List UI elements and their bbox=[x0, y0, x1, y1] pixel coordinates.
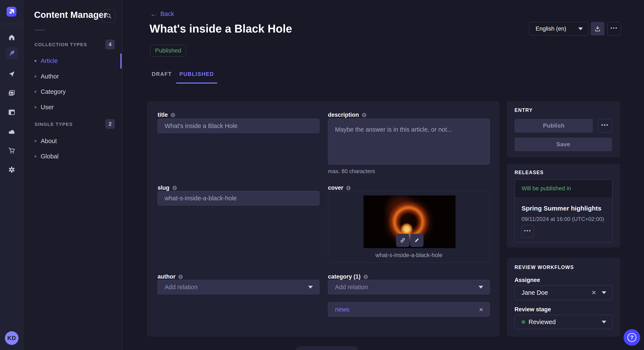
media-library-icon[interactable] bbox=[8, 89, 16, 97]
sidebar-divider bbox=[34, 30, 45, 30]
status-badge: Published bbox=[150, 45, 186, 57]
save-button[interactable]: Save bbox=[514, 138, 612, 151]
bullet-icon bbox=[34, 60, 36, 62]
label-text: author bbox=[158, 273, 176, 280]
export-download-button[interactable] bbox=[591, 22, 604, 35]
entry-more-button[interactable]: ••• bbox=[598, 119, 612, 133]
remove-relation-icon[interactable]: × bbox=[479, 306, 483, 313]
field-label-description: description bbox=[328, 112, 490, 118]
active-tab-underline bbox=[176, 82, 217, 84]
label-text: title bbox=[158, 112, 168, 118]
help-button[interactable]: ? bbox=[624, 329, 640, 346]
more-icon: ••• bbox=[601, 123, 609, 127]
back-link[interactable]: ← Back bbox=[150, 10, 174, 17]
review-stage-label: Review stage bbox=[514, 306, 551, 313]
chevron-down-icon bbox=[478, 286, 483, 289]
sidebar-scrollbar-thumb[interactable] bbox=[120, 53, 122, 69]
title-input[interactable]: What's inside a Black Hole bbox=[158, 119, 320, 133]
single-types-count-badge: 2 bbox=[106, 119, 115, 129]
sidebar-item-label: About bbox=[41, 138, 57, 145]
select-placeholder: Add relation bbox=[335, 284, 368, 291]
label-text: description bbox=[328, 112, 359, 118]
bullet-icon bbox=[34, 91, 36, 93]
marketplace-cart-icon[interactable] bbox=[8, 147, 16, 154]
category-relation-select[interactable]: Add relation bbox=[328, 280, 490, 294]
bullet-icon bbox=[34, 156, 36, 157]
review-panel-title: REVIEW WORKFLOWS bbox=[514, 265, 574, 270]
locale-globe-icon bbox=[170, 113, 176, 118]
more-options-button[interactable]: ••• bbox=[607, 22, 621, 35]
sidebar-item-label: User bbox=[41, 104, 54, 111]
sidebar-item-article[interactable]: Article bbox=[30, 55, 111, 67]
sidebar-item-category[interactable]: Category bbox=[30, 85, 111, 98]
section-collection-types: COLLECTION TYPES bbox=[34, 42, 87, 47]
search-icon bbox=[106, 13, 112, 19]
content-type-builder-icon[interactable] bbox=[8, 108, 16, 116]
cover-media-card: what-s-inside-a-black-hole bbox=[328, 191, 490, 263]
entry-panel: ENTRY Publish ••• Save bbox=[507, 101, 620, 157]
search-button[interactable] bbox=[102, 9, 116, 22]
slug-input[interactable]: what-s-inside-a-black-hole bbox=[158, 191, 320, 205]
more-icon: ••• bbox=[610, 26, 618, 30]
download-icon bbox=[594, 25, 601, 32]
release-card-header: Will be published in bbox=[515, 180, 612, 197]
bullet-icon bbox=[34, 140, 36, 142]
strapi-logo[interactable] bbox=[6, 7, 16, 16]
field-label-cover: cover bbox=[328, 184, 490, 191]
edit-media-button[interactable] bbox=[410, 234, 423, 247]
sidebar-item-label: Category bbox=[41, 88, 66, 95]
locale-globe-icon bbox=[363, 274, 368, 279]
home-icon[interactable] bbox=[8, 34, 16, 41]
clear-assignee-icon[interactable]: × bbox=[592, 289, 596, 296]
publish-button[interactable]: Publish bbox=[514, 119, 593, 133]
field-label-category: category (1) bbox=[328, 273, 490, 280]
chevron-down-icon bbox=[602, 291, 606, 294]
release-date: 09/11/2024 at 16:00 (UTC+02:00) bbox=[522, 216, 604, 222]
locale-select[interactable]: English (en) bbox=[529, 22, 589, 35]
bullet-icon bbox=[34, 106, 36, 108]
relation-link-news[interactable]: news bbox=[335, 306, 350, 313]
sidebar-item-label: Global bbox=[41, 153, 58, 160]
strapi-admin: { "colors": { "accent": "#4945ff", "acce… bbox=[0, 0, 644, 350]
more-icon: ••• bbox=[524, 228, 531, 233]
release-card: Will be published in Spring Summer highl… bbox=[514, 179, 612, 242]
sidebar-item-author[interactable]: Author bbox=[30, 70, 111, 82]
sidebar-item-label: Article bbox=[41, 57, 58, 64]
sidebar-item-about[interactable]: About bbox=[30, 135, 111, 147]
chevron-down-icon bbox=[602, 321, 606, 324]
stage-status-dot bbox=[522, 320, 525, 324]
content-manager-nav-tile[interactable] bbox=[6, 47, 18, 59]
tab-draft[interactable]: DRAFT bbox=[150, 70, 174, 78]
pencil-icon bbox=[414, 237, 420, 243]
field-label-author: author bbox=[158, 273, 320, 280]
tab-published[interactable]: PUBLISHED bbox=[176, 70, 217, 78]
author-relation-select[interactable]: Add relation bbox=[158, 280, 320, 294]
feather-icon bbox=[8, 49, 15, 57]
assignee-select[interactable]: Jane Doe × bbox=[514, 285, 612, 300]
description-textarea[interactable]: Maybe the answer is in this article, or … bbox=[328, 119, 490, 165]
label-text: category (1) bbox=[328, 273, 360, 280]
releases-panel: RELEASES Will be published in Spring Sum… bbox=[507, 164, 620, 247]
label-text: slug bbox=[158, 184, 170, 191]
locale-globe-icon bbox=[346, 185, 351, 190]
locale-globe-icon bbox=[362, 113, 367, 118]
review-stage-select[interactable]: Reviewed bbox=[514, 315, 612, 329]
copy-link-button[interactable] bbox=[396, 234, 409, 247]
release-name: Spring Summer highlights bbox=[522, 205, 602, 212]
back-arrow-icon: ← bbox=[150, 10, 158, 17]
sidebar-item-global[interactable]: Global bbox=[30, 150, 111, 163]
cloud-icon[interactable] bbox=[8, 128, 16, 135]
user-avatar[interactable]: KD bbox=[5, 331, 18, 345]
field-label-title: title bbox=[158, 112, 320, 118]
locale-globe-icon bbox=[172, 185, 177, 190]
stage-value: Reviewed bbox=[528, 319, 556, 326]
collection-types-count-badge: 4 bbox=[106, 39, 115, 49]
sidebar-title: Content Manager bbox=[34, 10, 107, 20]
release-more-button[interactable]: ••• bbox=[522, 225, 534, 237]
send-icon[interactable] bbox=[8, 70, 16, 78]
strapi-logo-icon bbox=[8, 8, 15, 15]
settings-gear-icon[interactable] bbox=[8, 166, 16, 174]
link-icon bbox=[400, 237, 406, 243]
sidebar-item-user[interactable]: User bbox=[30, 101, 111, 113]
edit-form-panel: title What's inside a Black Hole descrip… bbox=[147, 101, 500, 337]
